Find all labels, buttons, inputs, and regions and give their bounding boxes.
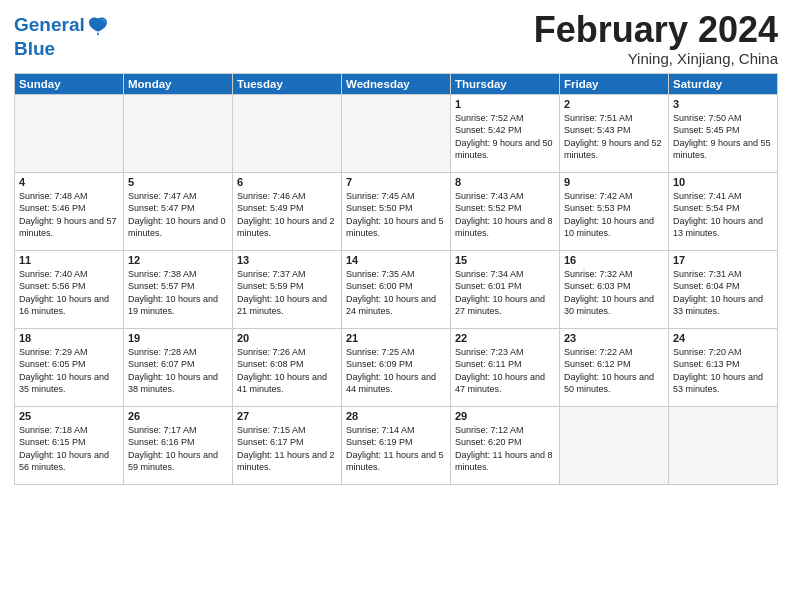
day-cell: 16Sunrise: 7:32 AMSunset: 6:03 PMDayligh… [560, 250, 669, 328]
day-number: 26 [128, 410, 228, 422]
day-cell: 23Sunrise: 7:22 AMSunset: 6:12 PMDayligh… [560, 328, 669, 406]
day-info: Sunrise: 7:45 AMSunset: 5:50 PMDaylight:… [346, 190, 446, 240]
title-block: February 2024 Yining, Xinjiang, China [534, 10, 778, 67]
day-cell: 8Sunrise: 7:43 AMSunset: 5:52 PMDaylight… [451, 172, 560, 250]
day-cell: 29Sunrise: 7:12 AMSunset: 6:20 PMDayligh… [451, 406, 560, 484]
day-info: Sunrise: 7:52 AMSunset: 5:42 PMDaylight:… [455, 112, 555, 162]
day-info: Sunrise: 7:50 AMSunset: 5:45 PMDaylight:… [673, 112, 773, 162]
day-info: Sunrise: 7:41 AMSunset: 5:54 PMDaylight:… [673, 190, 773, 240]
day-info: Sunrise: 7:15 AMSunset: 6:17 PMDaylight:… [237, 424, 337, 474]
col-wednesday: Wednesday [342, 73, 451, 94]
col-friday: Friday [560, 73, 669, 94]
day-number: 9 [564, 176, 664, 188]
logo-general: General [14, 14, 85, 35]
col-saturday: Saturday [669, 73, 778, 94]
day-cell [124, 94, 233, 172]
page: General Blue February 2024 Yining, Xinji… [0, 0, 792, 612]
day-cell [342, 94, 451, 172]
day-number: 1 [455, 98, 555, 110]
col-sunday: Sunday [15, 73, 124, 94]
day-cell: 2Sunrise: 7:51 AMSunset: 5:43 PMDaylight… [560, 94, 669, 172]
day-cell: 19Sunrise: 7:28 AMSunset: 6:07 PMDayligh… [124, 328, 233, 406]
day-number: 6 [237, 176, 337, 188]
week-row-3: 11Sunrise: 7:40 AMSunset: 5:56 PMDayligh… [15, 250, 778, 328]
day-number: 4 [19, 176, 119, 188]
day-number: 28 [346, 410, 446, 422]
day-number: 13 [237, 254, 337, 266]
day-cell: 5Sunrise: 7:47 AMSunset: 5:47 PMDaylight… [124, 172, 233, 250]
day-cell: 6Sunrise: 7:46 AMSunset: 5:49 PMDaylight… [233, 172, 342, 250]
day-number: 19 [128, 332, 228, 344]
day-cell: 10Sunrise: 7:41 AMSunset: 5:54 PMDayligh… [669, 172, 778, 250]
day-number: 22 [455, 332, 555, 344]
day-info: Sunrise: 7:17 AMSunset: 6:16 PMDaylight:… [128, 424, 228, 474]
day-number: 11 [19, 254, 119, 266]
day-info: Sunrise: 7:37 AMSunset: 5:59 PMDaylight:… [237, 268, 337, 318]
day-info: Sunrise: 7:22 AMSunset: 6:12 PMDaylight:… [564, 346, 664, 396]
day-number: 10 [673, 176, 773, 188]
day-info: Sunrise: 7:47 AMSunset: 5:47 PMDaylight:… [128, 190, 228, 240]
day-number: 16 [564, 254, 664, 266]
day-cell: 1Sunrise: 7:52 AMSunset: 5:42 PMDaylight… [451, 94, 560, 172]
day-cell: 13Sunrise: 7:37 AMSunset: 5:59 PMDayligh… [233, 250, 342, 328]
day-number: 12 [128, 254, 228, 266]
day-number: 3 [673, 98, 773, 110]
day-cell [233, 94, 342, 172]
logo-blue: Blue [14, 38, 109, 60]
col-monday: Monday [124, 73, 233, 94]
col-tuesday: Tuesday [233, 73, 342, 94]
day-cell: 9Sunrise: 7:42 AMSunset: 5:53 PMDaylight… [560, 172, 669, 250]
col-thursday: Thursday [451, 73, 560, 94]
day-number: 25 [19, 410, 119, 422]
day-info: Sunrise: 7:25 AMSunset: 6:09 PMDaylight:… [346, 346, 446, 396]
day-info: Sunrise: 7:48 AMSunset: 5:46 PMDaylight:… [19, 190, 119, 240]
day-number: 14 [346, 254, 446, 266]
day-cell: 20Sunrise: 7:26 AMSunset: 6:08 PMDayligh… [233, 328, 342, 406]
day-info: Sunrise: 7:20 AMSunset: 6:13 PMDaylight:… [673, 346, 773, 396]
day-number: 5 [128, 176, 228, 188]
week-row-5: 25Sunrise: 7:18 AMSunset: 6:15 PMDayligh… [15, 406, 778, 484]
day-info: Sunrise: 7:32 AMSunset: 6:03 PMDaylight:… [564, 268, 664, 318]
day-number: 27 [237, 410, 337, 422]
day-info: Sunrise: 7:43 AMSunset: 5:52 PMDaylight:… [455, 190, 555, 240]
day-cell: 28Sunrise: 7:14 AMSunset: 6:19 PMDayligh… [342, 406, 451, 484]
day-info: Sunrise: 7:12 AMSunset: 6:20 PMDaylight:… [455, 424, 555, 474]
day-info: Sunrise: 7:51 AMSunset: 5:43 PMDaylight:… [564, 112, 664, 162]
day-cell: 15Sunrise: 7:34 AMSunset: 6:01 PMDayligh… [451, 250, 560, 328]
day-info: Sunrise: 7:34 AMSunset: 6:01 PMDaylight:… [455, 268, 555, 318]
day-info: Sunrise: 7:14 AMSunset: 6:19 PMDaylight:… [346, 424, 446, 474]
day-cell: 22Sunrise: 7:23 AMSunset: 6:11 PMDayligh… [451, 328, 560, 406]
location: Yining, Xinjiang, China [534, 50, 778, 67]
logo: General Blue [14, 14, 109, 60]
week-row-1: 1Sunrise: 7:52 AMSunset: 5:42 PMDaylight… [15, 94, 778, 172]
day-cell: 26Sunrise: 7:17 AMSunset: 6:16 PMDayligh… [124, 406, 233, 484]
day-info: Sunrise: 7:38 AMSunset: 5:57 PMDaylight:… [128, 268, 228, 318]
day-cell: 27Sunrise: 7:15 AMSunset: 6:17 PMDayligh… [233, 406, 342, 484]
day-cell [560, 406, 669, 484]
day-cell: 12Sunrise: 7:38 AMSunset: 5:57 PMDayligh… [124, 250, 233, 328]
day-cell [669, 406, 778, 484]
day-number: 7 [346, 176, 446, 188]
day-number: 8 [455, 176, 555, 188]
day-number: 29 [455, 410, 555, 422]
day-cell: 4Sunrise: 7:48 AMSunset: 5:46 PMDaylight… [15, 172, 124, 250]
day-cell: 14Sunrise: 7:35 AMSunset: 6:00 PMDayligh… [342, 250, 451, 328]
day-number: 2 [564, 98, 664, 110]
day-info: Sunrise: 7:18 AMSunset: 6:15 PMDaylight:… [19, 424, 119, 474]
weekday-header-row: Sunday Monday Tuesday Wednesday Thursday… [15, 73, 778, 94]
month-title: February 2024 [534, 10, 778, 50]
day-number: 21 [346, 332, 446, 344]
day-cell: 7Sunrise: 7:45 AMSunset: 5:50 PMDaylight… [342, 172, 451, 250]
logo-bird-icon [87, 14, 109, 36]
day-number: 18 [19, 332, 119, 344]
day-number: 24 [673, 332, 773, 344]
day-info: Sunrise: 7:42 AMSunset: 5:53 PMDaylight:… [564, 190, 664, 240]
day-info: Sunrise: 7:31 AMSunset: 6:04 PMDaylight:… [673, 268, 773, 318]
day-info: Sunrise: 7:40 AMSunset: 5:56 PMDaylight:… [19, 268, 119, 318]
day-cell: 25Sunrise: 7:18 AMSunset: 6:15 PMDayligh… [15, 406, 124, 484]
day-cell: 17Sunrise: 7:31 AMSunset: 6:04 PMDayligh… [669, 250, 778, 328]
week-row-4: 18Sunrise: 7:29 AMSunset: 6:05 PMDayligh… [15, 328, 778, 406]
day-number: 15 [455, 254, 555, 266]
day-cell [15, 94, 124, 172]
header: General Blue February 2024 Yining, Xinji… [14, 10, 778, 67]
